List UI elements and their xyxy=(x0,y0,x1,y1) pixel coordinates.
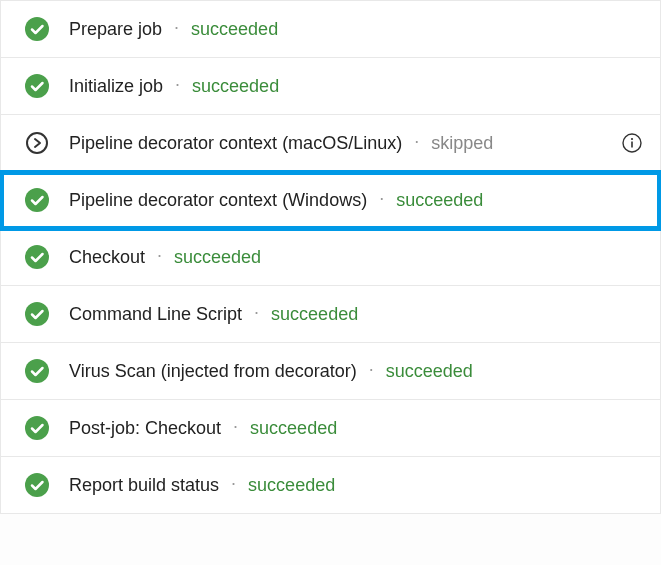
step-row[interactable]: Post-job: Checkout · succeeded xyxy=(1,400,660,457)
step-status: succeeded xyxy=(192,76,279,97)
separator: · xyxy=(414,131,419,152)
separator: · xyxy=(369,359,374,380)
step-row-highlighted[interactable]: Pipeline decorator context (Windows) · s… xyxy=(1,172,660,229)
svg-point-11 xyxy=(25,473,49,497)
success-icon xyxy=(25,188,49,212)
svg-point-2 xyxy=(27,133,47,153)
step-row[interactable]: Pipeline decorator context (macOS/Linux)… xyxy=(1,115,660,172)
step-status: succeeded xyxy=(271,304,358,325)
pipeline-steps-list: Prepare job · succeeded Initialize job ·… xyxy=(0,0,661,514)
svg-point-10 xyxy=(25,416,49,440)
svg-point-4 xyxy=(631,138,633,140)
svg-rect-5 xyxy=(631,142,633,148)
step-row[interactable]: Report build status · succeeded xyxy=(1,457,660,514)
step-status: skipped xyxy=(431,133,493,154)
step-status: succeeded xyxy=(250,418,337,439)
success-icon xyxy=(25,473,49,497)
success-icon xyxy=(25,74,49,98)
step-status: succeeded xyxy=(396,190,483,211)
success-icon xyxy=(25,302,49,326)
success-icon xyxy=(25,17,49,41)
step-row[interactable]: Checkout · succeeded xyxy=(1,229,660,286)
separator: · xyxy=(175,74,180,95)
svg-point-9 xyxy=(25,359,49,383)
step-name: Prepare job xyxy=(69,19,162,40)
step-name: Pipeline decorator context (macOS/Linux) xyxy=(69,133,402,154)
step-row[interactable]: Prepare job · succeeded xyxy=(1,0,660,58)
separator: · xyxy=(233,416,238,437)
separator: · xyxy=(254,302,259,323)
step-name: Initialize job xyxy=(69,76,163,97)
svg-point-6 xyxy=(25,188,49,212)
success-icon xyxy=(25,245,49,269)
info-icon[interactable] xyxy=(622,133,642,153)
step-status: succeeded xyxy=(248,475,335,496)
step-row[interactable]: Command Line Script · succeeded xyxy=(1,286,660,343)
separator: · xyxy=(174,17,179,38)
step-name: Pipeline decorator context (Windows) xyxy=(69,190,367,211)
separator: · xyxy=(157,245,162,266)
success-icon xyxy=(25,359,49,383)
step-name: Virus Scan (injected from decorator) xyxy=(69,361,357,382)
step-status: succeeded xyxy=(386,361,473,382)
step-name: Checkout xyxy=(69,247,145,268)
svg-point-0 xyxy=(25,17,49,41)
separator: · xyxy=(379,188,384,209)
step-name: Report build status xyxy=(69,475,219,496)
separator: · xyxy=(231,473,236,494)
svg-point-8 xyxy=(25,302,49,326)
step-name: Post-job: Checkout xyxy=(69,418,221,439)
success-icon xyxy=(25,416,49,440)
step-row[interactable]: Virus Scan (injected from decorator) · s… xyxy=(1,343,660,400)
svg-point-7 xyxy=(25,245,49,269)
step-row[interactable]: Initialize job · succeeded xyxy=(1,58,660,115)
svg-point-1 xyxy=(25,74,49,98)
step-status: succeeded xyxy=(174,247,261,268)
step-status: succeeded xyxy=(191,19,278,40)
skipped-icon xyxy=(25,131,49,155)
step-name: Command Line Script xyxy=(69,304,242,325)
